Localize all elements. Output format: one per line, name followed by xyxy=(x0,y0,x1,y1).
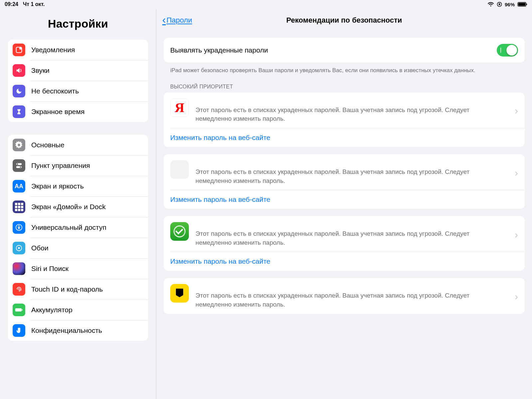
sidebar-group-2: Основные Пункт управления AAЭкран и ярко… xyxy=(8,135,148,341)
sidebar-item-accessibility[interactable]: Универсальный доступ xyxy=(8,217,148,238)
sounds-icon xyxy=(13,64,25,77)
sidebar-group-1: Уведомления Звуки Не беспокоить Экранное… xyxy=(8,40,148,122)
yandex-icon: Я xyxy=(170,98,189,117)
sidebar-item-control-center[interactable]: Пункт управления xyxy=(8,155,148,176)
wifi-icon xyxy=(487,2,494,7)
sidebar-item-privacy[interactable]: Конфиденциальность xyxy=(8,320,148,341)
chevron-left-icon: ‹ xyxy=(162,14,166,26)
sidebar-item-screentime[interactable]: Экранное время xyxy=(8,101,148,122)
accessibility-icon xyxy=(13,221,25,234)
alert-message: Этот пароль есть в списках украденных па… xyxy=(196,98,506,123)
toggles-icon xyxy=(13,159,25,172)
svg-point-6 xyxy=(19,47,22,50)
status-time: 09:24 xyxy=(5,1,18,7)
rotation-lock-icon xyxy=(497,2,502,7)
alert-message: Этот пароль есть в списках украденных па… xyxy=(196,160,506,185)
alert-card-sberbank[interactable]: Этот пароль есть в списках украденных па… xyxy=(164,216,525,271)
sidebar-item-sounds[interactable]: Звуки xyxy=(8,60,148,81)
battery-percent: 96% xyxy=(505,2,515,7)
svg-point-12 xyxy=(18,225,20,227)
alert-card-yandex[interactable]: Я Этот пароль есть в списках украденных … xyxy=(164,92,525,147)
svg-rect-4 xyxy=(526,4,527,5)
detect-toggle-card: Выявлять украденные пароли xyxy=(164,38,525,63)
chevron-right-icon: › xyxy=(513,105,518,116)
home-grid-icon xyxy=(13,200,25,213)
change-password-link[interactable]: Изменить пароль на веб-сайте xyxy=(164,128,525,147)
fingerprint-icon xyxy=(13,283,25,296)
toggle-label: Выявлять украденные пароли xyxy=(170,46,268,54)
svg-point-10 xyxy=(20,167,21,168)
sidebar-item-touchid[interactable]: Touch ID и код-пароль xyxy=(8,279,148,300)
sidebar-item-notifications[interactable]: Уведомления xyxy=(8,40,148,60)
sidebar-item-wallpaper[interactable]: Обои xyxy=(8,238,148,258)
battery-icon xyxy=(517,2,527,7)
sidebar-item-battery[interactable]: Аккумулятор xyxy=(8,300,148,320)
chevron-right-icon: › xyxy=(513,291,518,302)
sidebar-item-siri[interactable]: Siri и Поиск xyxy=(8,258,148,279)
svg-rect-1 xyxy=(499,4,500,5)
detect-stolen-toggle-row[interactable]: Выявлять украденные пароли xyxy=(164,38,525,63)
sberbank-icon xyxy=(170,222,189,241)
notifications-icon xyxy=(13,44,25,56)
svg-rect-15 xyxy=(15,308,22,312)
gear-icon xyxy=(13,139,25,151)
toggle-switch-on[interactable] xyxy=(497,44,518,57)
detail-pane: ‹Пароли Рекомендации по безопасности Выя… xyxy=(156,9,532,399)
sidebar-title: Настройки xyxy=(0,9,156,40)
alert-card-apple[interactable]: Этот пароль есть в списках украденных па… xyxy=(164,154,525,209)
sidebar-item-dnd[interactable]: Не беспокоить xyxy=(8,81,148,101)
alert-message: Этот пароль есть в списках украденных па… xyxy=(196,222,506,247)
svg-point-14 xyxy=(18,247,20,249)
sidebar-item-home-dock[interactable]: Экран «Домой» и Dock xyxy=(8,197,148,217)
section-header-high-priority: ВЫСОКИЙ ПРИОРИТЕТ xyxy=(164,74,525,92)
alert-message: Этот пароль есть в списках украденных па… xyxy=(196,284,506,309)
nav-bar: ‹Пароли Рекомендации по безопасности xyxy=(156,9,532,32)
settings-sidebar: Настройки Уведомления Звуки Не беспокоит… xyxy=(0,9,156,399)
chevron-right-icon: › xyxy=(513,229,518,240)
svg-rect-16 xyxy=(22,309,23,311)
toggle-footer-note: iPad может безопасно проверять Ваши паро… xyxy=(164,63,525,74)
display-icon: AA xyxy=(13,180,25,193)
sidebar-item-general[interactable]: Основные xyxy=(8,135,148,155)
chevron-right-icon: › xyxy=(513,167,518,179)
siri-icon xyxy=(13,262,25,275)
wallpaper-icon xyxy=(13,242,25,254)
sidebar-item-display[interactable]: AAЭкран и яркость xyxy=(8,176,148,197)
status-bar: 09:24 Чт 1 окт. 96% xyxy=(0,0,532,9)
tinkoff-icon xyxy=(170,284,189,303)
status-date: Чт 1 окт. xyxy=(23,1,45,7)
svg-point-9 xyxy=(17,163,18,165)
change-password-link[interactable]: Изменить пароль на веб-сайте xyxy=(164,252,525,271)
change-password-link[interactable]: Изменить пароль на веб-сайте xyxy=(164,190,525,209)
hand-icon xyxy=(13,324,25,337)
back-button[interactable]: ‹Пароли xyxy=(162,14,192,27)
alert-card-tinkoff[interactable]: Этот пароль есть в списках украденных па… xyxy=(164,278,525,314)
moon-icon xyxy=(13,85,25,97)
battery-tile-icon xyxy=(13,304,25,316)
hourglass-icon xyxy=(13,105,25,118)
page-title: Рекомендации по безопасности xyxy=(156,16,532,25)
apple-icon xyxy=(170,160,189,179)
svg-rect-3 xyxy=(518,3,526,6)
